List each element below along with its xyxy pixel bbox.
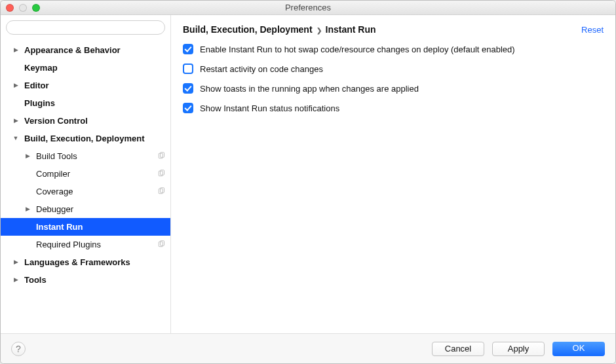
sidebar-item-appearance-behavior[interactable]: ▶Appearance & Behavior: [1, 41, 170, 59]
sidebar-item-coverage[interactable]: Coverage: [1, 183, 170, 200]
sidebar-item-label: Build Tools: [36, 151, 155, 161]
sidebar-item-label: Plugins: [24, 98, 166, 108]
sidebar-item-keymap[interactable]: Keymap: [1, 59, 170, 77]
chevron-right-icon: ❯: [317, 27, 322, 34]
breadcrumb-row: Build, Execution, Deployment ❯ Instant R…: [171, 15, 615, 41]
help-button[interactable]: ?: [11, 342, 26, 356]
settings-form: Enable Instant Run to hot swap code/reso…: [171, 41, 615, 116]
sidebar-item-label: Tools: [24, 275, 166, 285]
chevron-right-icon[interactable]: ▶: [24, 153, 31, 159]
apply-button[interactable]: Apply: [492, 342, 545, 356]
checkbox[interactable]: [183, 103, 193, 113]
sidebar-item-label: Appearance & Behavior: [24, 45, 166, 55]
minimize-window-button[interactable]: [19, 4, 27, 12]
sidebar-item-label: Debugger: [36, 204, 166, 214]
sidebar-item-label: Required Plugins: [36, 240, 155, 249]
sidebar-item-label: Coverage: [36, 187, 155, 196]
setting-option[interactable]: Enable Instant Run to hot swap code/reso…: [183, 44, 604, 54]
chevron-right-icon[interactable]: ▶: [24, 206, 31, 212]
ok-button[interactable]: OK: [552, 342, 605, 356]
chevron-right-icon[interactable]: ▶: [12, 47, 19, 53]
setting-option-label: Show toasts in the running app when chan…: [200, 84, 419, 94]
chevron-down-icon[interactable]: ▼: [12, 136, 19, 141]
sidebar-item-editor[interactable]: ▶Editor: [1, 77, 170, 94]
sidebar: ▶Appearance & BehaviorKeymap▶EditorPlugi…: [1, 15, 171, 333]
sidebar-item-build-execution-deployment[interactable]: ▼Build, Execution, Deployment: [1, 130, 170, 147]
copy-profile-icon[interactable]: [157, 152, 166, 161]
sidebar-item-label: Compiler: [36, 169, 155, 179]
sidebar-item-compiler[interactable]: Compiler: [1, 165, 170, 183]
setting-option[interactable]: Restart activity on code changes: [183, 64, 604, 74]
sidebar-item-plugins[interactable]: Plugins: [1, 94, 170, 112]
copy-profile-icon[interactable]: [157, 240, 166, 249]
sidebar-item-version-control[interactable]: ▶Version Control: [1, 112, 170, 130]
sidebar-item-label: Languages & Frameworks: [24, 257, 166, 267]
search-wrap: [1, 15, 170, 39]
preferences-window: Preferences ▶Appearance & BehaviorKeymap…: [0, 0, 616, 364]
chevron-right-icon[interactable]: ▶: [12, 259, 19, 265]
breadcrumb: Build, Execution, Deployment ❯ Instant R…: [183, 24, 376, 35]
setting-option-label: Restart activity on code changes: [200, 64, 323, 74]
window-body: ▶Appearance & BehaviorKeymap▶EditorPlugi…: [1, 15, 615, 333]
copy-profile-icon[interactable]: [157, 170, 166, 179]
sidebar-item-label: Instant Run: [36, 222, 166, 232]
close-window-button[interactable]: [6, 4, 14, 12]
checkbox[interactable]: [183, 64, 193, 74]
search-input[interactable]: [6, 20, 165, 35]
titlebar: Preferences: [1, 1, 615, 15]
sidebar-item-label: Editor: [24, 81, 166, 90]
breadcrumb-parent: Build, Execution, Deployment: [183, 24, 313, 35]
settings-tree[interactable]: ▶Appearance & BehaviorKeymap▶EditorPlugi…: [1, 39, 170, 333]
sidebar-item-debugger[interactable]: ▶Debugger: [1, 200, 170, 218]
traffic-lights: [6, 4, 40, 12]
sidebar-item-required-plugins[interactable]: Required Plugins: [1, 236, 170, 253]
sidebar-item-label: Version Control: [24, 116, 166, 126]
footer: ? Cancel Apply OK: [1, 333, 615, 363]
checkbox[interactable]: [183, 83, 193, 94]
chevron-right-icon[interactable]: ▶: [12, 277, 19, 283]
sidebar-item-label: Build, Execution, Deployment: [24, 134, 166, 143]
cancel-button[interactable]: Cancel: [432, 342, 484, 356]
content-panel: Build, Execution, Deployment ❯ Instant R…: [171, 15, 615, 333]
setting-option-label: Show Instant Run status notifications: [200, 103, 339, 113]
sidebar-item-build-tools[interactable]: ▶Build Tools: [1, 147, 170, 165]
chevron-right-icon[interactable]: ▶: [12, 82, 19, 88]
sidebar-item-label: Keymap: [24, 63, 166, 73]
sidebar-item-instant-run[interactable]: Instant Run: [1, 218, 170, 236]
checkbox[interactable]: [183, 44, 193, 54]
copy-profile-icon[interactable]: [157, 187, 166, 196]
window-title: Preferences: [1, 3, 615, 12]
reset-link[interactable]: Reset: [581, 25, 604, 35]
zoom-window-button[interactable]: [32, 4, 40, 12]
chevron-right-icon[interactable]: ▶: [12, 118, 19, 124]
setting-option-label: Enable Instant Run to hot swap code/reso…: [200, 45, 515, 54]
sidebar-item-languages-frameworks[interactable]: ▶Languages & Frameworks: [1, 253, 170, 271]
sidebar-item-tools[interactable]: ▶Tools: [1, 271, 170, 289]
breadcrumb-current: Instant Run: [326, 24, 376, 35]
setting-option[interactable]: Show Instant Run status notifications: [183, 103, 604, 113]
setting-option[interactable]: Show toasts in the running app when chan…: [183, 83, 604, 94]
